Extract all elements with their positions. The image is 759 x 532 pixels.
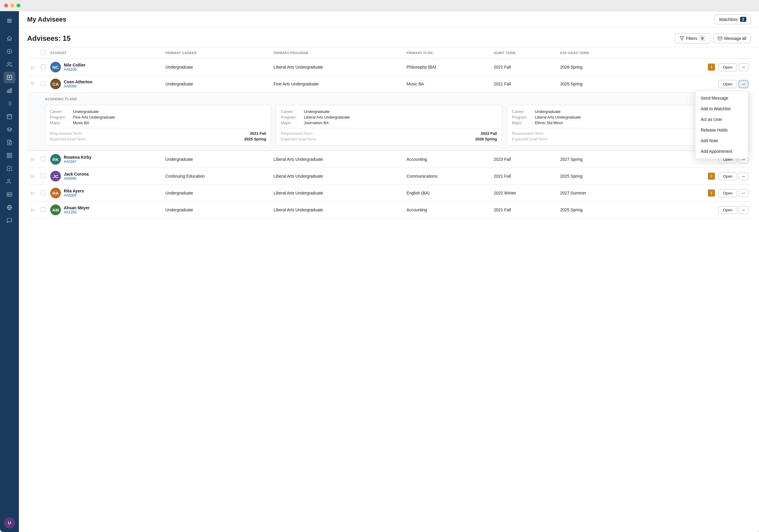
rita-checkbox[interactable] xyxy=(41,190,46,195)
list-icon[interactable] xyxy=(4,98,15,109)
user-avatar[interactable]: U xyxy=(4,517,15,528)
grid-icon[interactable] xyxy=(4,149,15,161)
jack-career: Continuing Education xyxy=(163,168,271,185)
dropdown-add-watchlist[interactable]: Add to Watchlist xyxy=(696,103,748,114)
message-all-button[interactable]: Message all xyxy=(713,34,751,43)
coen-id: AA0099 xyxy=(64,84,93,88)
message-all-label: Message all xyxy=(724,36,746,41)
coen-more-button[interactable]: ··· xyxy=(739,80,748,88)
home-icon[interactable] xyxy=(4,32,15,44)
titlebar xyxy=(0,0,759,11)
nile-checkbox[interactable] xyxy=(41,64,46,69)
chart-bar-icon[interactable] xyxy=(4,85,15,96)
graduation-icon[interactable] xyxy=(4,124,15,135)
chat-icon[interactable] xyxy=(4,215,15,226)
svg-rect-10 xyxy=(10,156,12,158)
nile-admit: 2022 Fall xyxy=(492,59,558,76)
coen-academic-plans: ACADEMIC PLANS Career:Undergraduate Prog… xyxy=(27,93,751,151)
coen-plan: Music BA xyxy=(404,76,492,93)
maximize-button[interactable] xyxy=(17,4,20,7)
plan2-grad: 2026 Spring xyxy=(475,137,497,141)
expand-nile-button[interactable]: ▷ xyxy=(29,64,36,70)
dropdown-act-as-user[interactable]: Act as User xyxy=(696,114,748,125)
col-grad-header: EXP GRAD TERM xyxy=(558,47,640,59)
coen-checkbox[interactable] xyxy=(41,81,46,86)
close-button[interactable] xyxy=(4,4,8,7)
jack-more-button[interactable]: ··· xyxy=(739,172,748,180)
jack-id: AA0890 xyxy=(64,177,89,181)
svg-point-13 xyxy=(8,194,9,195)
dropdown-add-appointment[interactable]: Add Appointment xyxy=(696,146,748,157)
coen-actions: Open ··· Send Message Add to Watchlist A… xyxy=(642,80,748,88)
ahsan-grad: 2025 Spring xyxy=(558,202,640,219)
coen-name: Coen Atherton xyxy=(64,79,93,84)
nile-name: Nile Collier xyxy=(64,63,85,67)
svg-rect-7 xyxy=(7,153,9,155)
plan1-program: Fine Arts Undergraduate xyxy=(73,115,115,119)
svg-point-11 xyxy=(8,180,10,182)
ahsan-program: Liberal Arts Undergraduate xyxy=(271,202,404,219)
expand-rowena-button[interactable]: ▷ xyxy=(29,156,36,163)
rita-grad: 2027 Summer xyxy=(558,185,640,202)
dropdown-send-message[interactable]: Send Message xyxy=(696,93,748,103)
plan2-career: Undergraduate xyxy=(304,109,330,114)
rita-open-button[interactable]: Open xyxy=(719,189,737,197)
expand-ahsan-button[interactable]: ▷ xyxy=(29,207,36,213)
nile-program: Liberal Arts Undergraduate xyxy=(271,59,404,76)
minimize-button[interactable] xyxy=(10,4,14,7)
jack-open-button[interactable]: Open xyxy=(719,172,737,180)
nile-open-button[interactable]: Open xyxy=(719,63,737,71)
plan3-program: Liberal Arts Undergraduate xyxy=(535,115,581,119)
people-group-icon[interactable] xyxy=(4,59,15,70)
filters-button[interactable]: Filters 0 xyxy=(675,33,710,43)
calendar-icon[interactable] xyxy=(4,110,15,122)
ahsan-more-button[interactable]: ··· xyxy=(739,206,748,214)
rita-warning-icon: ! xyxy=(708,189,715,196)
rita-more-button[interactable]: ··· xyxy=(739,189,748,197)
col-student-header: STUDENT xyxy=(48,47,163,59)
rowena-checkbox[interactable] xyxy=(41,157,46,161)
watchlists-button[interactable]: Watchlists 2 xyxy=(714,15,751,24)
dropdown-release-holds[interactable]: Release Holds xyxy=(696,125,748,135)
nile-actions: ! Open ··· xyxy=(642,63,748,71)
tasks-icon[interactable] xyxy=(4,163,15,174)
coen-student-cell: CA Coen Atherton AA0099 xyxy=(50,79,161,89)
nile-career: Undergraduate xyxy=(163,59,271,76)
id-card-icon[interactable] xyxy=(4,188,15,200)
advisees-table-wrap: STUDENT PRIMARY CAREER PRIMARY PROGRAM P… xyxy=(19,47,759,532)
coen-career: Undergraduate xyxy=(163,76,271,93)
plan1-req: 2021 Fall xyxy=(250,131,266,136)
svg-rect-9 xyxy=(7,156,9,158)
expand-coen-button[interactable]: ▷ xyxy=(29,81,36,87)
filter-label: Filters xyxy=(686,36,697,41)
rita-id: AA0005 xyxy=(64,193,84,197)
ahsan-open-button[interactable]: Open xyxy=(719,206,737,214)
users-icon[interactable] xyxy=(4,176,15,187)
coen-open-button[interactable]: Open xyxy=(719,80,737,88)
nile-more-button[interactable]: ··· xyxy=(739,63,748,71)
hamburger-menu-icon[interactable] xyxy=(4,15,15,26)
expand-rita-button[interactable]: ▷ xyxy=(29,190,36,196)
directions-icon[interactable] xyxy=(4,46,15,57)
ahsan-actions: Open ··· xyxy=(642,206,748,214)
plan2-major: Journalism BA xyxy=(304,121,329,125)
dropdown-add-note[interactable]: Add Note xyxy=(696,135,748,146)
rowena-name: Rowena Kirby xyxy=(64,155,91,160)
select-all-checkbox[interactable] xyxy=(41,50,46,55)
expand-jack-button[interactable]: ▷ xyxy=(29,173,36,180)
advisees-icon[interactable] xyxy=(4,71,15,83)
rowena-career: Undergraduate xyxy=(163,151,271,168)
plans-grid: Career:Undergraduate Program:Fine Arts U… xyxy=(45,105,733,146)
filter-icon xyxy=(679,36,684,41)
sidebar: U xyxy=(0,11,19,532)
col-actions-header xyxy=(640,47,751,59)
col-expand xyxy=(27,47,38,59)
document-icon[interactable] xyxy=(4,137,15,148)
ahsan-checkbox[interactable] xyxy=(41,207,46,212)
table-row: ▷ JC Jack Corona AA0890 xyxy=(27,168,751,185)
globe-icon[interactable] xyxy=(4,202,15,213)
ahsan-name: Ahsan Meyer xyxy=(64,205,90,210)
col-career-header: PRIMARY CAREER xyxy=(163,47,271,59)
jack-checkbox[interactable] xyxy=(41,174,46,178)
watchlists-badge: 2 xyxy=(740,17,746,22)
